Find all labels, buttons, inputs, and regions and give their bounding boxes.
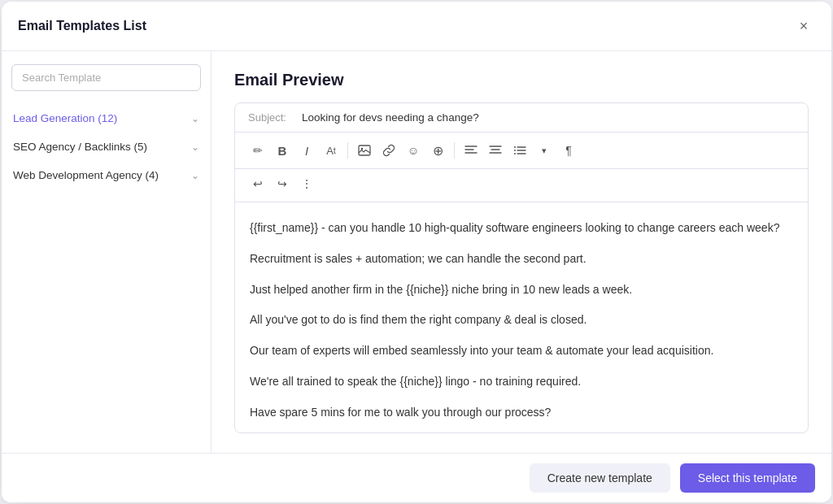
toolbar-divider-1 [347, 142, 348, 159]
select-template-button[interactable]: Select this template [680, 463, 815, 493]
main-content: Email Preview Subject: Looking for devs … [212, 51, 831, 453]
pencil-icon[interactable]: ✏ [246, 139, 269, 162]
email-paragraph-2: Recruitment is sales + automation; we ca… [250, 250, 793, 269]
modal-body: Lead Generation (12) ⌄ SEO Agency / Back… [2, 51, 831, 453]
redo-button[interactable]: ↪ [271, 172, 294, 195]
align-left-button[interactable] [460, 139, 482, 162]
close-button[interactable]: × [792, 15, 815, 37]
svg-point-8 [514, 146, 516, 148]
modal-footer: Create new template Select this template [2, 453, 831, 502]
sidebar-item-web-dev[interactable]: Web Development Agency (4) ⌄ [2, 161, 211, 189]
svg-point-10 [514, 150, 516, 151]
sidebar-item-lead-gen[interactable]: Lead Generation (12) ⌄ [2, 104, 211, 133]
email-paragraph-3: Just helped another firm in the {{niche}… [250, 280, 793, 300]
email-paragraph-4: All you've got to do is find them the ri… [250, 311, 793, 330]
svg-rect-0 [359, 146, 370, 155]
more-options-button[interactable]: ⋮ [295, 172, 318, 195]
bold-button[interactable]: B [271, 139, 294, 162]
align-center-button[interactable] [484, 139, 507, 162]
modal-overlay: Email Templates List × Lead Generation (… [0, 0, 833, 504]
toolbar-row1: ✏ B I At [235, 133, 808, 169]
email-paragraph-1: {{first_name}} - can you handle 10 high-… [250, 219, 793, 238]
category-label-web-dev: Web Development Agency (4) [13, 169, 159, 181]
sidebar: Lead Generation (12) ⌄ SEO Agency / Back… [2, 51, 212, 453]
subject-value: Looking for devs needing a change? [302, 111, 479, 124]
list-dropdown-button[interactable]: ▾ [533, 139, 556, 162]
email-card: Subject: Looking for devs needing a chan… [234, 102, 809, 433]
chevron-down-icon: ⌄ [191, 170, 199, 181]
link-button[interactable] [377, 139, 400, 162]
category-label-lead-gen: Lead Generation (12) [13, 112, 117, 124]
paragraph-button[interactable]: ¶ [557, 139, 580, 162]
email-paragraph-6: We're all trained to speak the {{niche}}… [250, 372, 793, 392]
search-container [2, 64, 211, 104]
sidebar-item-seo[interactable]: SEO Agency / Backlinks (5) ⌄ [2, 133, 211, 161]
preview-title: Email Preview [234, 71, 809, 89]
create-template-button[interactable]: Create new template [530, 463, 670, 493]
subject-row: Subject: Looking for devs needing a chan… [235, 103, 808, 133]
chevron-down-icon: ⌄ [191, 141, 199, 153]
chevron-down-icon: ⌄ [191, 113, 199, 124]
undo-button[interactable]: ↩ [246, 172, 269, 195]
subject-label: Subject: [248, 111, 292, 124]
email-paragraph-5: Our team of experts will embed seamlessl… [250, 341, 793, 361]
email-body: {{first_name}} - can you handle 10 high-… [235, 202, 808, 433]
modal-header: Email Templates List × [2, 2, 831, 51]
svg-point-12 [514, 153, 516, 154]
svg-point-1 [361, 148, 364, 150]
image-button[interactable] [353, 139, 376, 162]
emoji-button[interactable]: ☺ [402, 139, 425, 162]
insert-button[interactable]: ⊕ [426, 139, 449, 162]
modal-title: Email Templates List [18, 19, 146, 33]
italic-button[interactable]: I [295, 139, 318, 162]
list-button[interactable] [508, 139, 531, 162]
search-input[interactable] [11, 64, 201, 91]
font-size-button[interactable]: At [320, 139, 342, 162]
category-label-seo: SEO Agency / Backlinks (5) [13, 141, 147, 153]
email-paragraph-7: Have spare 5 mins for me to walk you thr… [250, 403, 793, 423]
toolbar-divider-2 [454, 142, 455, 159]
toolbar-row2: ↩ ↪ ⋮ [235, 169, 808, 202]
modal: Email Templates List × Lead Generation (… [2, 2, 831, 502]
